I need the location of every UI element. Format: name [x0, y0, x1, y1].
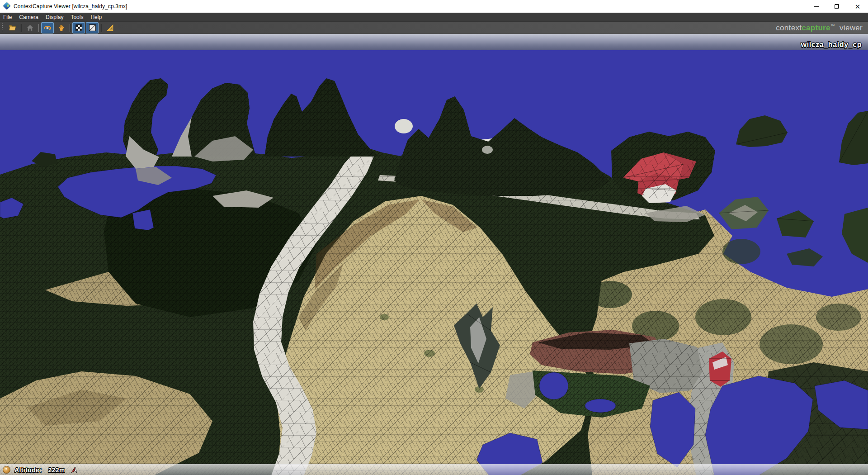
contextcapture-viewer-window: ContextCapture Viewer [wilcza_haldy_cp.3… [0, 0, 868, 475]
menubar: File Camera Display Tools Help [0, 13, 868, 22]
status-overlay: Altitude: 222m [0, 464, 868, 475]
logo-trademark: ™ [830, 23, 835, 28]
contextcapture-logo: contextcapture™viewer [776, 23, 863, 33]
toolbar-separator [70, 24, 70, 32]
toolbar-separator [21, 24, 21, 32]
titlebar: ContextCapture Viewer [wilcza_haldy_cp.3… [0, 0, 868, 13]
toolbar-separator [38, 24, 39, 32]
logo-context: context [776, 24, 802, 32]
measure-triangle-icon [106, 24, 114, 32]
3d-viewport[interactable]: Altitude: 222m [0, 50, 868, 475]
toolbar-separator [101, 24, 101, 32]
north-arrow-icon [71, 466, 80, 473]
logo-viewer: viewer [840, 24, 863, 32]
home-icon [26, 24, 34, 32]
menu-display[interactable]: Display [42, 13, 67, 21]
open-folder-icon [9, 24, 16, 32]
open-file-button[interactable] [6, 22, 19, 33]
wireframe-toggle-button[interactable] [86, 22, 99, 33]
orbit-button[interactable] [41, 22, 54, 33]
altitude-label: Altitude: [14, 466, 42, 474]
menu-file[interactable]: File [0, 13, 15, 21]
logo-capture: capture [802, 24, 830, 32]
texture-toggle-button[interactable] [72, 22, 85, 33]
close-button[interactable]: ✕ [847, 0, 868, 13]
close-icon: ✕ [855, 3, 861, 10]
restore-button[interactable] [826, 0, 847, 13]
home-view-button[interactable] [24, 22, 36, 33]
wireframe-icon [89, 24, 96, 32]
checkerboard-texture-icon [75, 24, 83, 32]
window-controls: ✕ [806, 0, 868, 13]
app-icon [4, 3, 11, 10]
scene-name-label: wilcza_haldy_cp [801, 41, 862, 49]
menu-tools[interactable]: Tools [67, 13, 87, 21]
orbit-rotate-icon [43, 24, 52, 32]
minimize-icon [814, 6, 819, 7]
pan-button[interactable] [55, 22, 67, 33]
menu-camera[interactable]: Camera [15, 13, 42, 21]
menu-help[interactable]: Help [87, 13, 105, 21]
altitude-value: 222m [48, 466, 65, 474]
toolbar-grip-handle[interactable] [1, 24, 4, 33]
mesh-scene [0, 50, 868, 475]
scene-caption-bar: wilcza_haldy_cp [0, 34, 868, 50]
measure-button[interactable] [104, 22, 116, 33]
window-title: ContextCapture Viewer [wilcza_haldy_cp.3… [14, 3, 127, 10]
pan-hand-icon [57, 24, 65, 32]
minimize-button[interactable] [806, 0, 826, 13]
compass-icon [3, 466, 10, 474]
toolbar: contextcapture™viewer [0, 22, 868, 34]
restore-icon [835, 4, 839, 9]
